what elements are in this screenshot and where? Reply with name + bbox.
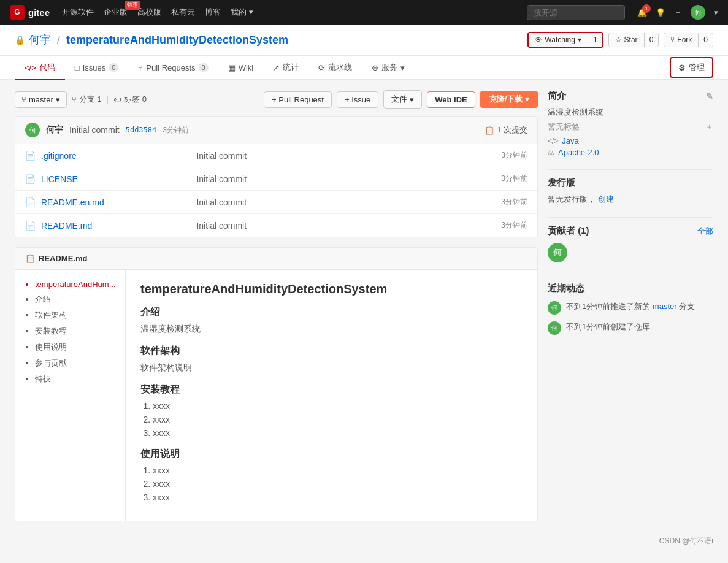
contributor-avatar[interactable]: 何 [548, 243, 567, 262]
tab-services-label: 服务 [381, 62, 397, 73]
license-label[interactable]: Apache-2.0 [558, 148, 599, 157]
pipeline-icon: ⟳ [318, 63, 325, 72]
commit-author[interactable]: 何宇 [46, 124, 63, 136]
fork-button[interactable]: ⑂ Fork 0 [664, 33, 713, 47]
intro-label: 简介 [548, 90, 566, 102]
edit-intro-icon[interactable]: ✎ [706, 91, 713, 101]
clone-chevron: ▾ [525, 94, 529, 104]
commit-count-icon: 📋 [485, 126, 494, 135]
user-avatar-nav[interactable]: 何 [691, 5, 705, 20]
star-button[interactable]: ☆ Star 0 [608, 33, 659, 47]
file-time-license: 3分钟前 [501, 174, 527, 184]
tab-services[interactable]: ⊕ 服务 ▾ [362, 56, 415, 80]
sidebar-divider-2 [548, 217, 713, 218]
repo-name-link[interactable]: temperatureAndHumidityDetectionSystem [66, 34, 288, 47]
commit-count-label[interactable]: 1 次提交 [497, 124, 527, 136]
file-commit-license: Initial commit [196, 174, 495, 184]
language-label[interactable]: Java [562, 136, 578, 145]
commit-hash[interactable]: 5dd3584 [126, 126, 157, 134]
watch-chevron: ▾ [578, 36, 581, 44]
fork-button-main[interactable]: ⑂ Fork [664, 33, 699, 47]
logo-text: gitee [28, 7, 50, 18]
nav-right-icons: 🔔 1 💡 ＋ 何 ▾ [637, 5, 718, 20]
file-commit-readme: Initial commit [196, 221, 495, 231]
fork-count[interactable]: 0 [699, 33, 713, 47]
tab-wiki[interactable]: ▦ Wiki [218, 56, 264, 80]
watch-button-main[interactable]: 👁 Watching ▾ [529, 33, 588, 47]
file-name-gitignore[interactable]: .gitignore [41, 151, 190, 161]
nav-private-cloud[interactable]: 私有云 [171, 7, 195, 18]
nav-blog[interactable]: 博客 [205, 7, 221, 18]
notification-bell-icon[interactable]: 🔔 1 [637, 8, 647, 17]
nav-enterprise[interactable]: 企业版 [104, 7, 128, 18]
install-item-3: xxxx [153, 428, 523, 438]
eye-icon: 👁 [535, 36, 542, 44]
star-button-main[interactable]: ☆ Star [609, 33, 645, 47]
branch-selector[interactable]: ⑂ master ▾ [15, 91, 67, 108]
clone-button[interactable]: 克隆/下载 ▾ [480, 91, 538, 108]
file-row: 📄 README.md Initial commit 3分钟前 [15, 214, 537, 237]
wiki-icon: ▦ [228, 63, 236, 72]
toc-item-architecture[interactable]: 软件架构 [35, 310, 115, 321]
sidebar-release: 发行版 暂无发行版， 创建 [548, 177, 713, 205]
watch-count[interactable]: 1 [588, 33, 602, 47]
sidebar-contributors: 贡献者 (1) 全部 何 [548, 225, 713, 262]
issue-button[interactable]: + Issue [337, 91, 378, 108]
tab-admin[interactable]: ⚙ 管理 [670, 57, 713, 78]
branch-icon-small: ⑂ [72, 95, 77, 104]
file-name-readme-en[interactable]: README.en.md [41, 197, 190, 207]
file-button[interactable]: 文件 ▾ [383, 90, 422, 109]
nav-open-source[interactable]: 开源软件 [62, 7, 94, 18]
repo-title: 🔒 何宇 / temperatureAndHumidityDetectionSy… [15, 33, 288, 47]
readme-title: README.md [39, 254, 87, 263]
readme-main-title: temperatureAndHumidityDetectionSystem [140, 282, 523, 296]
tab-pull-requests[interactable]: ⑂ Pull Requests 0 [128, 56, 218, 80]
file-time-readme-en: 3分钟前 [501, 197, 527, 207]
nav-mine[interactable]: 我的 ▾ [231, 7, 253, 18]
commit-time: 3分钟前 [163, 125, 189, 136]
tab-issues[interactable]: □ Issues 0 [65, 56, 129, 80]
sidebar-tag-label: 暂无标签 [548, 121, 580, 132]
user-menu-chevron[interactable]: ▾ [714, 8, 718, 17]
tab-code[interactable]: </> 代码 [15, 56, 65, 80]
toc-item-install[interactable]: 安装教程 [35, 326, 115, 337]
main-content: ⑂ master ▾ ⑂ 分支 1 | 🏷 标签 0 + Pull Reques… [0, 80, 728, 531]
watch-button[interactable]: 👁 Watching ▾ 1 [527, 32, 603, 48]
help-icon[interactable]: 💡 [656, 8, 665, 17]
readme-arch-heading: 软件架构 [140, 345, 523, 358]
repo-main: ⑂ master ▾ ⑂ 分支 1 | 🏷 标签 0 + Pull Reques… [15, 90, 538, 521]
top-nav-items: 开源软件 企业版 高校版 私有云 博客 我的 ▾ [62, 7, 515, 18]
toc-item-contribute[interactable]: 参与贡献 [35, 358, 115, 369]
tag-count: 标签 0 [124, 94, 147, 105]
plus-icon[interactable]: ＋ [674, 7, 682, 18]
readme-intro-heading: 介绍 [140, 306, 523, 319]
install-item-1: xxxx [153, 401, 523, 411]
activity-branch-name[interactable]: master [653, 302, 679, 311]
toc-item-main[interactable]: temperatureAndHum... [35, 280, 115, 289]
file-time-readme: 3分钟前 [501, 220, 527, 231]
toc-item-intro[interactable]: 介绍 [35, 294, 115, 305]
file-commit-gitignore: Initial commit [196, 151, 495, 161]
tab-stats[interactable]: ↗ 统计 [263, 56, 308, 80]
all-contributors-link[interactable]: 全部 [697, 226, 713, 237]
file-chevron: ▾ [410, 95, 414, 104]
star-count[interactable]: 0 [645, 33, 659, 47]
tab-pipeline[interactable]: ⟳ 流水线 [308, 56, 362, 80]
toc-item-tricks[interactable]: 特技 [35, 373, 115, 385]
readme-body: temperatureAndHum... 介绍 软件架构 安装教程 使用说明 参… [15, 270, 537, 521]
branch-bar: ⑂ master ▾ ⑂ 分支 1 | 🏷 标签 0 + Pull Reques… [15, 90, 538, 109]
repo-owner-link[interactable]: 何宇 [29, 33, 51, 47]
gitee-logo[interactable]: G gitee [10, 5, 50, 20]
toc-item-usage[interactable]: 使用说明 [35, 342, 115, 353]
readme-section: 📋 README.md temperatureAndHum... 介绍 软件架构… [15, 247, 538, 521]
readme-content: temperatureAndHumidityDetectionSystem 介绍… [126, 270, 537, 521]
file-name-readme[interactable]: README.md [41, 221, 190, 231]
add-tag-icon[interactable]: ＋ [705, 121, 713, 132]
create-release-link[interactable]: 创建 [598, 194, 614, 205]
nav-university[interactable]: 高校版 [137, 7, 161, 18]
pull-request-button[interactable]: + Pull Request [264, 91, 332, 108]
webide-button[interactable]: Web IDE [427, 91, 475, 108]
file-name-license[interactable]: LICENSE [41, 174, 190, 184]
search-input[interactable] [527, 5, 625, 20]
tab-pipeline-label: 流水线 [328, 62, 352, 73]
